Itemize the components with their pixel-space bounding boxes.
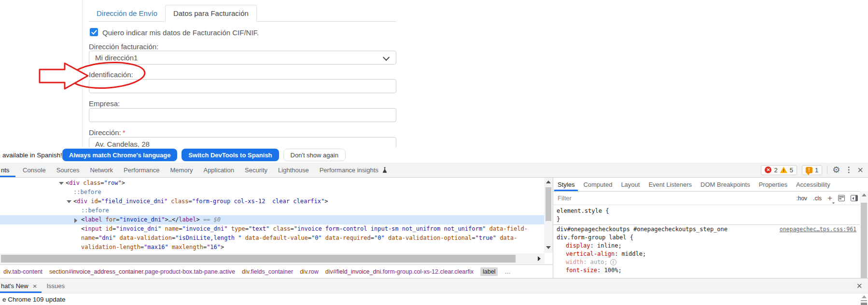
cif-nif-checkbox[interactable] xyxy=(90,28,98,36)
error-icon: ✕ xyxy=(765,166,771,173)
devtools-tab-performance[interactable]: Performance xyxy=(118,163,165,177)
css-property-width[interactable]: width: auto;i xyxy=(557,258,856,266)
devtools-tab-application[interactable]: Application xyxy=(198,163,239,177)
tab-direccion-de-envio[interactable]: Dirección de Envío xyxy=(89,5,165,21)
devtools-tab-nts[interactable]: nts xyxy=(0,163,15,177)
scrollbar-thumb[interactable] xyxy=(1,255,516,263)
expand-arrow-icon[interactable] xyxy=(74,218,77,223)
tab-label: Lighthouse xyxy=(278,166,309,174)
scrollbar-thumb[interactable] xyxy=(861,303,867,305)
settings-gear-icon[interactable]: ⚙ xyxy=(832,166,840,174)
css-rule[interactable]: div#onepagecheckoutps #onepagecheckoutps… xyxy=(553,225,860,275)
scrollbar-thumb[interactable] xyxy=(546,187,551,221)
issues-badge[interactable]: ! 1 xyxy=(802,165,822,175)
direccion-input[interactable]: Av. Candelas, 28 xyxy=(89,137,396,147)
more-options-kebab-icon[interactable]: ⋮ xyxy=(845,166,853,174)
info-icon[interactable]: i xyxy=(610,259,616,265)
breadcrumb-item[interactable]: div.tab-content xyxy=(3,268,42,275)
tree-row[interactable]: ::before xyxy=(0,206,544,215)
scroll-down-icon[interactable] xyxy=(546,246,551,249)
drawer-tab-hat-s-new[interactable]: hat's New× xyxy=(0,278,42,293)
screenshot-root: Dirección de Envío Datos para Facturació… xyxy=(0,0,868,305)
breadcrumb-overflow[interactable]: … xyxy=(504,268,512,275)
tab-datos-para-facturacion[interactable]: Datos para Facturación xyxy=(165,5,257,22)
format-icon[interactable] xyxy=(838,195,845,201)
sidebar-tab-accessibility[interactable]: Accessibility xyxy=(792,178,835,191)
field-label-empresa: Empresa: xyxy=(89,99,120,108)
new-style-rule-button[interactable]: + xyxy=(827,194,832,202)
tab-label: Application xyxy=(203,166,234,174)
collapse-arrow-icon[interactable] xyxy=(59,182,64,185)
scroll-right-icon[interactable] xyxy=(538,256,541,261)
element-classes-button[interactable]: .cls xyxy=(813,195,822,202)
drawer-close-icon[interactable]: × xyxy=(856,280,862,291)
scroll-up-icon[interactable] xyxy=(862,295,867,298)
checkout-page-region: Dirección de Envío Datos para Facturació… xyxy=(0,0,868,147)
empresa-input[interactable] xyxy=(89,108,396,122)
error-count: 2 xyxy=(774,166,777,174)
styles-vertical-scrollbar[interactable] xyxy=(860,191,868,278)
devtools-tab-network[interactable]: Network xyxy=(84,163,118,177)
devtools-tab-lighthouse[interactable]: Lighthouse xyxy=(273,163,314,177)
tree-row[interactable]: <input id="invoice_dni" name="invoice_dn… xyxy=(0,224,544,234)
identificacion-input[interactable] xyxy=(89,79,396,93)
tree-row[interactable]: <div class="row"> xyxy=(0,179,544,188)
sidebar-tab-properties[interactable]: Properties xyxy=(755,178,792,191)
required-asterisk: * xyxy=(123,128,126,137)
toolbar-divider xyxy=(827,166,827,174)
css-property-display[interactable]: display: inline; xyxy=(557,242,856,250)
sidebar-toggle-icon[interactable] xyxy=(851,195,858,201)
drawer-tab-issues[interactable]: Issues xyxy=(42,278,70,293)
breadcrumb-item[interactable]: div#field_invoice_dni.form-group.col-xs-… xyxy=(325,268,474,275)
devtools-toolbar: ntsConsoleSourcesNetworkPerformanceMemor… xyxy=(0,163,868,178)
stylesheet-source-link[interactable]: onepagechec…tps.css:961 xyxy=(780,225,856,234)
check-icon xyxy=(91,28,97,34)
styles-filter-bar: :hov .cls + xyxy=(553,192,868,205)
infobar-button-3[interactable]: Don't show again xyxy=(283,149,346,161)
css-property-vertical-align[interactable]: vertical-align: middle; xyxy=(557,250,856,258)
devtools-tab-security[interactable]: Security xyxy=(239,163,273,177)
dom-breadcrumb-bar: div.tab-contentsection#invoice_address_c… xyxy=(0,264,553,278)
styles-filter-input[interactable] xyxy=(557,194,790,202)
sidebar-tab-computed[interactable]: Computed xyxy=(579,178,616,191)
devtools-tab-performance-insights[interactable]: Performance insights xyxy=(314,163,393,177)
tree-row[interactable]: validation-length="max16" maxlength="16"… xyxy=(0,243,544,252)
breadcrumb-item[interactable]: label xyxy=(480,267,498,276)
infobar-button-1[interactable]: Always match Chrome's language xyxy=(62,149,177,161)
devtools-tab-memory[interactable]: Memory xyxy=(165,163,198,177)
tree-row[interactable]: name="dni" data-validation="isDniLite,le… xyxy=(0,234,544,243)
devtools-toolbar-right: ✕ 2 ! 5 ! 1 ⚙ ⋮ × xyxy=(761,163,868,177)
scrollbar-track-mark xyxy=(861,300,867,301)
tree-row[interactable]: ::before xyxy=(0,188,544,197)
tree-row[interactable]: <div id="field_invoice_dni" class="form-… xyxy=(0,197,544,206)
breadcrumb-item[interactable]: section#invoice_address_container.page-p… xyxy=(49,268,235,275)
toggle-element-state-button[interactable]: :hov xyxy=(796,195,807,202)
scroll-up-icon[interactable] xyxy=(546,180,551,183)
flask-icon xyxy=(382,167,388,173)
tree-row-selected[interactable]: <label for="invoice_dni">…</label> == $0 xyxy=(0,215,544,224)
element-style-rule[interactable]: element.style { } xyxy=(553,205,860,225)
drawer-scrollbar[interactable] xyxy=(860,294,868,305)
breadcrumb-item[interactable]: div.row xyxy=(300,268,319,275)
css-property-font-size[interactable]: font-size: 100%; xyxy=(557,266,856,275)
red-arrow-annotation xyxy=(40,63,88,89)
elements-vertical-scrollbar[interactable] xyxy=(544,178,553,253)
direccion-facturacion-select[interactable]: Mi dirección1 xyxy=(89,51,396,65)
tab-close-icon[interactable]: × xyxy=(33,282,37,290)
sidebar-tab-styles[interactable]: Styles xyxy=(553,178,579,191)
devtools-tab-console[interactable]: Console xyxy=(17,163,51,177)
infobar-button-2[interactable]: Switch DevTools to Spanish xyxy=(182,149,279,161)
sidebar-tab-layout[interactable]: Layout xyxy=(616,178,644,191)
scroll-up-icon[interactable] xyxy=(862,194,867,196)
elements-horizontal-scrollbar[interactable] xyxy=(0,253,545,264)
breadcrumb-item[interactable]: div.fields_container xyxy=(242,268,293,275)
collapse-arrow-icon[interactable] xyxy=(67,200,71,203)
devtools-tab-sources[interactable]: Sources xyxy=(51,163,85,177)
sidebar-tab-dom-breakpoints[interactable]: DOM Breakpoints xyxy=(696,178,755,191)
scrollbar-thumb[interactable] xyxy=(861,203,867,278)
devtools-main: <div class="row">::before<div id="field_… xyxy=(0,178,868,278)
devtools-close-icon[interactable]: × xyxy=(857,165,863,175)
sidebar-tab-event-listeners[interactable]: Event Listeners xyxy=(644,178,696,191)
devtools-drawer: hat's New×Issues× e Chrome 109 update xyxy=(0,278,868,305)
console-status-badges[interactable]: ✕ 2 ! 5 xyxy=(761,165,797,175)
